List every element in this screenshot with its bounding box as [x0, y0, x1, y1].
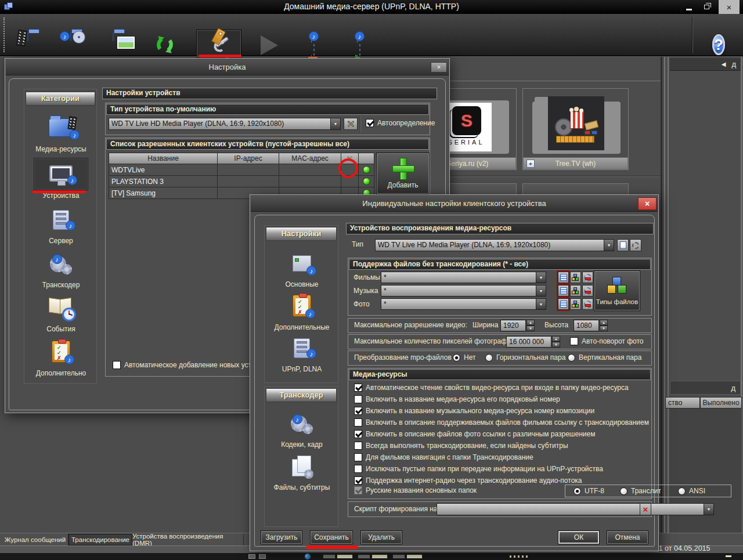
save-button[interactable]: Сохранить: [310, 530, 353, 544]
dmr-pin-icon[interactable]: д: [731, 384, 735, 392]
down-icon[interactable]: ▼: [552, 342, 560, 348]
nav-additional-icon[interactable]: ✓✓✗♪: [286, 291, 318, 321]
tile-treetv[interactable]: + Tree.TV (wh): [522, 88, 629, 170]
close-button[interactable]: ×: [719, 0, 740, 14]
category-devices-icon[interactable]: ♪: [45, 159, 77, 188]
nav-codecs-icon[interactable]: ♪: [286, 409, 318, 438]
encoding-ansi[interactable]: ANSI: [678, 487, 705, 495]
category-server[interactable]: Сервер: [24, 237, 98, 245]
height-stepper[interactable]: 1080▲▼: [574, 320, 608, 331]
col-mac[interactable]: MAC-адрес: [279, 153, 341, 164]
photo-exclude-button[interactable]: [582, 298, 593, 310]
media-option-row[interactable]: Всегда выполнять транскодирование, если …: [354, 442, 568, 450]
mpo-option-vertical[interactable]: Вертикальная пара: [568, 353, 641, 362]
dropdown-icon[interactable]: ▼: [536, 286, 546, 296]
device-row-name[interactable]: PLAYSTATION 3: [109, 175, 218, 187]
nav-basic-icon[interactable]: ♪: [286, 249, 318, 278]
utf8-radio[interactable]: [574, 487, 581, 495]
nav-files-subtitles[interactable]: Файлы, субтитры: [265, 483, 339, 492]
right-splitter-dark[interactable]: [661, 57, 662, 533]
category-transcoder[interactable]: Транскодер: [24, 281, 98, 289]
music-exclude-button[interactable]: [582, 285, 593, 297]
media-checkbox[interactable]: [354, 465, 362, 473]
default-type-combo[interactable]: WD TV Live HD Media Player (DLNA, 16:9, …: [109, 118, 341, 130]
taskbar-window-icon[interactable]: [323, 554, 336, 559]
mpo-vertical-radio[interactable]: [568, 354, 575, 362]
media-checkbox[interactable]: [354, 430, 362, 438]
media-option-row[interactable]: Русские названия основных папок: [354, 486, 477, 494]
nav-upnp[interactable]: UPnP, DLNA: [265, 365, 339, 373]
down-icon[interactable]: ▼: [600, 326, 608, 331]
media-option-row[interactable]: Исключать пустые папки при передаче инфо…: [354, 465, 603, 473]
taskbar-window-icon[interactable]: [358, 554, 370, 559]
nav-basic[interactable]: Основные: [265, 280, 339, 288]
category-server-icon[interactable]: ♪: [45, 205, 77, 234]
delete-button[interactable]: Удалить: [360, 530, 402, 544]
width-stepper[interactable]: 1920▲▼: [500, 320, 535, 331]
device-row-name[interactable]: WDTVLive: [109, 164, 218, 176]
music-combo[interactable]: *▼: [381, 285, 546, 297]
category-media-resources[interactable]: Медиа-ресурсы: [24, 145, 98, 153]
type-copy-button[interactable]: [617, 239, 629, 251]
media-option-row[interactable]: Включить в название музыкального медиа-р…: [354, 407, 594, 415]
encoding-utf8[interactable]: UTF-8: [574, 487, 604, 495]
up-icon[interactable]: ▲: [600, 320, 608, 326]
default-type-tools-button[interactable]: [344, 118, 358, 130]
device-row-mac[interactable]: [279, 175, 341, 187]
media-option-row[interactable]: Включить в описание поддерживаемых файло…: [354, 418, 649, 427]
taskbar-square-icon[interactable]: [259, 554, 266, 559]
tab-message-log[interactable]: Журнал сообщений: [2, 534, 68, 545]
toolbar-grip[interactable]: [3, 17, 5, 52]
tab-playback-devices[interactable]: Устройства воспроизведения (DMR): [132, 534, 244, 545]
media-option-row[interactable]: Включить в название медиа-ресурса его по…: [354, 395, 560, 403]
media-option-row[interactable]: Включить в описание файлов фото ссылки с…: [354, 430, 595, 438]
photo-table-button[interactable]: [558, 298, 569, 310]
up-icon[interactable]: ▲: [526, 320, 535, 326]
category-transcoder-icon[interactable]: ♪: [45, 250, 77, 279]
nav-upnp-icon[interactable]: ♪: [286, 334, 318, 363]
script-combo[interactable]: ▼: [437, 503, 714, 515]
category-advanced-icon[interactable]: ✓✓✗♪: [45, 337, 77, 367]
autodetect-row[interactable]: Автоопределение: [366, 119, 435, 127]
dmr-col-done[interactable]: Выполнено: [700, 397, 742, 409]
media-checkbox[interactable]: [354, 442, 362, 450]
device-row-name[interactable]: [TV] Samsung: [109, 187, 218, 199]
media-checkbox[interactable]: [354, 418, 362, 427]
settings-dialog-close-button[interactable]: ×: [431, 62, 447, 73]
tile-treetv-label[interactable]: + Tree.TV (wh): [523, 157, 628, 169]
films-types-button[interactable]: [570, 272, 581, 283]
auto-rotate-checkbox[interactable]: [570, 337, 578, 345]
mpo-option-none[interactable]: Нет: [453, 353, 475, 362]
device-row-ip[interactable]: [217, 175, 279, 187]
dmr-col-partial[interactable]: ство: [665, 397, 700, 409]
device-row-ip[interactable]: [217, 164, 279, 176]
auto-rotate-row[interactable]: Авто-поворот фото: [570, 337, 643, 345]
films-exclude-button[interactable]: [582, 272, 593, 283]
panel-pin-icon[interactable]: д: [731, 60, 736, 68]
media-checkbox[interactable]: [354, 384, 362, 392]
nav-additional[interactable]: Дополнительные: [265, 323, 339, 331]
taskbar-sphere-icon[interactable]: [305, 554, 311, 559]
auto-add-checkbox[interactable]: [113, 361, 121, 369]
taskbar-window-icon[interactable]: [337, 554, 353, 559]
type-combo[interactable]: WD TV Live HD Media Player (DLNA, 16:9, …: [375, 239, 614, 251]
media-option-row[interactable]: Для фильмов навигация с папки Транскодир…: [354, 453, 533, 461]
device-row-mac[interactable]: [279, 164, 341, 176]
media-checkbox[interactable]: [354, 453, 362, 461]
music-table-button[interactable]: [558, 285, 569, 297]
media-checkbox[interactable]: [354, 476, 362, 485]
dropdown-icon[interactable]: ▼: [536, 272, 546, 283]
add-device-button[interactable]: Добавить: [376, 153, 430, 194]
restore-button[interactable]: [698, 0, 715, 14]
type-settings-button[interactable]: [630, 239, 641, 251]
dropdown-icon[interactable]: ▼: [330, 118, 340, 129]
up-icon[interactable]: ▲: [552, 336, 560, 342]
auto-add-row[interactable]: Автоматическое добавление новых устро: [113, 361, 259, 369]
panel-collapse-icon[interactable]: ◀: [722, 61, 726, 67]
ok-button[interactable]: ОК: [558, 530, 600, 544]
device-dialog-titlebar[interactable]: Индивидуальные настройки клиентского уст…: [251, 196, 658, 212]
col-ip[interactable]: IP-адрес: [217, 153, 279, 164]
media-checkbox[interactable]: [354, 407, 362, 415]
autodetect-checkbox[interactable]: [366, 119, 374, 127]
films-table-button[interactable]: [558, 272, 569, 283]
